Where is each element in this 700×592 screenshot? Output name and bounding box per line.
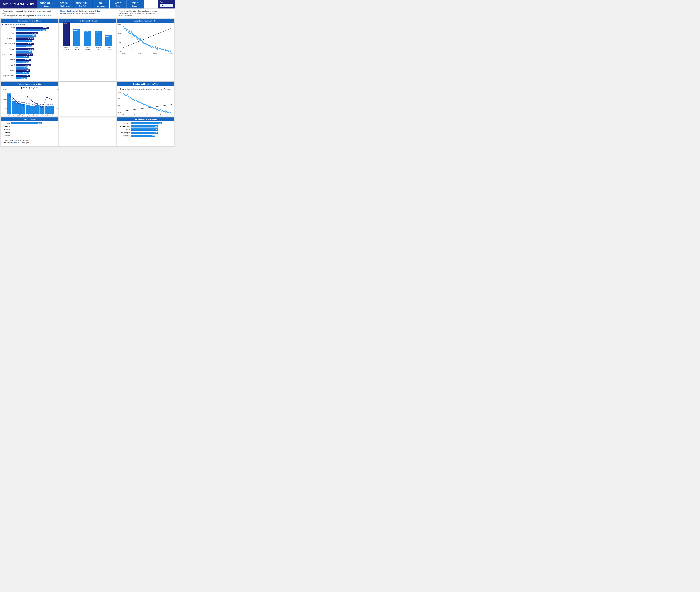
vote-bar-row: Deadpool 11K (118, 135, 173, 137)
top5-votes-title: Top 5 Movies by Vote count (134, 118, 157, 120)
scatter-dot (124, 28, 126, 29)
subtitle-col3-line2: and Revenue. The higher the budget, the … (119, 12, 173, 14)
svg-point-6 (28, 96, 29, 97)
center-empty-cell (59, 82, 116, 117)
legend-dot-profit (16, 24, 17, 26)
stat-box: 4797Movies (109, 0, 127, 8)
svg-point-7 (32, 101, 33, 102)
svg-point-11 (51, 99, 52, 100)
language-bar-row: Chinese (2, 132, 57, 134)
movie-bar-row: The Avengers $1.52bn $1.30bn (2, 38, 57, 42)
runtime-revenue-body: · There is a less positive linear relati… (117, 86, 174, 116)
scatter-dot (143, 42, 144, 43)
scatter-dot (129, 31, 130, 32)
scatter-dot (140, 39, 141, 41)
year-select[interactable]: All 2015 2016 (160, 4, 173, 7)
scatter-dot (146, 43, 147, 45)
movie-legend: Total Revenue Total Profit (2, 24, 57, 26)
runtime-scatter-dot (156, 109, 157, 110)
movie-bar-row: Avengers: Age o... $1.41bn $1.13bn (2, 53, 57, 58)
runtime-scatter-area (122, 91, 173, 113)
scatter-dot (133, 34, 134, 35)
combo-chart: $2bn$1bn$0bn$2.6bn$1.6bn$1.4bn$1.3bn$1.1… (7, 89, 56, 114)
vote-bar-row: The Avengers 12K (118, 132, 173, 134)
language-bars: English 4501 French Spanish Chinese Germ… (2, 122, 57, 137)
runtime-scatter-dot (159, 110, 160, 111)
stat-box: 37Languages (92, 0, 109, 8)
lang-info1: · English is the most spoken language (3, 139, 56, 142)
movie-bar-row: Captain Americ... $1.15bn $0.90bn (2, 75, 57, 79)
scatter-dot (130, 33, 131, 34)
scatter-dot (155, 47, 156, 48)
scatter-dot (135, 35, 136, 36)
subtitle-text1: made the highest revenue of (74, 10, 95, 12)
subtitle-text2: He also directed the highest number(26) … (60, 12, 95, 14)
runtime-info: · There is a less positive linear relati… (118, 87, 173, 91)
vote-bar-row: Avatar 12K (118, 129, 173, 131)
profit-vote-title: Profit and vote_count by title (17, 83, 41, 85)
vote-bar-row: The Dark Knight 12K (118, 125, 173, 128)
stat-box: 2413Directors (127, 0, 144, 8)
top5-languages-title: Top 5 languages (22, 118, 36, 120)
top5-votes-body: Inception 14K The Dark Knight 12K Avatar… (117, 121, 174, 139)
subtitle-col3-line1: · There is a positive linear relationshi… (119, 10, 173, 12)
director-col: $9.1bn StevenSpielberg (63, 22, 69, 50)
title-text: MOVIES ANALYSIS (3, 2, 34, 6)
runtime-scatter-dot (157, 109, 158, 110)
runtime-revenue-card: Runtime and Revenue by Title · There is … (117, 82, 174, 117)
combo-legend: Profit vote_count (2, 87, 57, 89)
runtime-scatter-dot (134, 100, 135, 101)
profit-vote-body: Profit vote_count $2bn$1bn$0bn$2.6bn$1.6… (1, 86, 58, 116)
scatter-dot (136, 36, 137, 37)
budget-scatter-area (122, 24, 173, 52)
movie-bars: Avatar $2.79bn $2.55bn Titanic $1.85bn $… (2, 27, 57, 79)
scatter-dot (170, 50, 171, 52)
scatter-dot (149, 45, 150, 46)
runtime-scatter-dot (170, 112, 171, 113)
runtime-scatter-dot (130, 97, 131, 98)
scatter-dot (168, 51, 169, 52)
stat-box: $395bnTotal Revenue (56, 0, 73, 8)
revenue-profit-header: Revenue and Profit by Movie (1, 19, 58, 22)
top5-directors-card: Top 5 Revenue by Director $9.1bn StevenS… (59, 19, 116, 82)
scatter-dot (165, 50, 166, 51)
movie-bar-row: Jurassic World $1.51bn $1.36bn (2, 43, 57, 47)
stat-box: $139.48bnBudget (37, 0, 56, 8)
scatter-dot (126, 30, 127, 31)
movie-bar-row: Furious 7 $1.51bn $1.32bn (2, 48, 57, 53)
language-bar-row: German (2, 135, 57, 137)
language-bar-row: English 4501 (2, 122, 57, 125)
budget-revenue-body: $3bn$2bn$1bn$0bn $0.0bn$0.1bn$0.2bn$0.3b… (117, 22, 174, 55)
scatter-dot (167, 50, 168, 51)
scatter-dot (156, 48, 157, 49)
runtime-scatter-wrap: $3bn$2bn$1bn$0bn 50100150200250 (118, 91, 173, 115)
runtime-revenue-header: Runtime and Revenue by Title (117, 82, 174, 86)
director-highlight: Stephen Speilberg (60, 10, 74, 12)
budget-y-axis: $3bn$2bn$1bn$0bn (118, 24, 122, 52)
scatter-dot (159, 48, 160, 49)
movie-bar-row: Minions $1.16bn $1.08bn (2, 69, 57, 74)
budget-scatter-wrap: $3bn$2bn$1bn$0bn $0.0bn$0.1bn$0.2bn$0.3b… (118, 24, 173, 54)
subtitle-col3-line3: revenue generated (119, 14, 173, 17)
top5-votes-header: Top 5 Movies by Vote count (117, 117, 174, 121)
scatter-dot (163, 49, 164, 50)
subtitle-row: · This shows the 10 movies with the high… (0, 9, 175, 18)
top5-languages-body: English 4501 French Spanish Chinese Germ… (1, 121, 58, 146)
stat-box: $255.53bnTotal Profit (73, 0, 92, 8)
scatter-dot (127, 29, 128, 30)
top5-directors-title: Top 5 Revenue by Director (77, 20, 98, 22)
svg-point-4 (18, 103, 19, 104)
director-col: $6.5bn PeterJackson (73, 29, 80, 50)
runtime-scatter-dot (131, 98, 132, 99)
top5-languages-card: Top 5 languages English 4501 French Span… (1, 117, 58, 146)
director-col: $5.8bn MichaelBay (95, 31, 102, 50)
center-lang-info-cell (59, 117, 116, 146)
runtime-scatter-dot (168, 112, 169, 113)
runtime-scatter-dot (128, 96, 129, 97)
director-chart: $9.1bn StevenSpielberg $6.5bn PeterJacks… (60, 25, 115, 50)
scatter-dot (166, 50, 167, 51)
subtitle-col2: Stephen Speilberg made the highest reven… (58, 10, 116, 17)
scatter-dot (131, 31, 132, 32)
year-dropdown-wrap[interactable]: All 2015 2016 (160, 4, 173, 7)
combo-legend-dot-profit (21, 87, 22, 89)
